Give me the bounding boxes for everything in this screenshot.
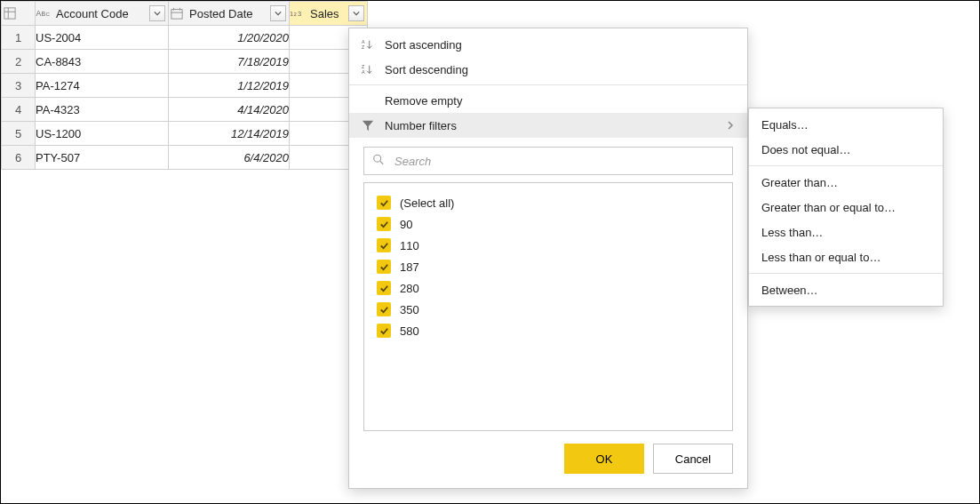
submenu-label: Greater than or equal to… xyxy=(761,201,896,214)
svg-text:3: 3 xyxy=(298,10,301,18)
cell-account[interactable]: PTY-507 xyxy=(36,146,169,170)
cell-account[interactable]: CA-8843 xyxy=(36,50,169,74)
svg-point-17 xyxy=(374,155,381,162)
value-label: (Select all) xyxy=(400,196,454,210)
value-label: 580 xyxy=(400,324,419,338)
filter-button-account-code[interactable] xyxy=(149,5,165,21)
row-number: 6 xyxy=(2,146,36,170)
filter-value-item[interactable]: 580 xyxy=(377,320,720,341)
checkbox-checked-icon[interactable] xyxy=(377,302,391,316)
greater-than-item[interactable]: Greater than… xyxy=(749,170,943,195)
number-filters-item[interactable]: Number filters xyxy=(349,113,747,138)
search-input[interactable] xyxy=(363,147,733,175)
ok-button[interactable]: OK xyxy=(564,444,644,474)
submenu-label: Less than or equal to… xyxy=(761,251,880,264)
table-row[interactable]: 3 PA-1274 1/12/2019 xyxy=(2,74,368,98)
checkbox-checked-icon[interactable] xyxy=(377,260,391,274)
table-row[interactable]: 6 PTY-507 6/4/2020 xyxy=(2,146,368,170)
less-than-or-equal-item[interactable]: Less than or equal to… xyxy=(749,244,943,269)
between-item[interactable]: Between… xyxy=(749,277,943,302)
table-row[interactable]: 5 US-1200 12/14/2019 xyxy=(2,122,368,146)
value-label: 110 xyxy=(400,239,419,252)
sort-ascending-item[interactable]: AZ Sort ascending xyxy=(349,32,747,57)
cell-posted[interactable]: 1/12/2019 xyxy=(169,74,290,98)
row-number: 2 xyxy=(2,50,36,74)
checkbox-checked-icon[interactable] xyxy=(377,324,391,338)
text-type-icon: ABC xyxy=(36,5,52,21)
number-type-icon: 123 xyxy=(290,5,306,21)
search-icon xyxy=(372,154,385,169)
cell-posted[interactable]: 12/14/2019 xyxy=(169,122,290,146)
column-header-posted-date[interactable]: Posted Date xyxy=(169,2,290,26)
column-label: Posted Date xyxy=(189,7,253,20)
menu-separator xyxy=(749,273,943,274)
cell-account[interactable]: PA-1274 xyxy=(36,74,169,98)
menu-label: Sort descending xyxy=(385,63,735,76)
svg-text:B: B xyxy=(41,11,45,17)
table-row[interactable]: 4 PA-4323 4/14/2020 xyxy=(2,98,368,122)
chevron-right-icon xyxy=(726,119,735,132)
less-than-item[interactable]: Less than… xyxy=(749,220,943,244)
number-filters-submenu: Equals… Does not equal… Greater than… Gr… xyxy=(748,108,944,307)
checkbox-checked-icon[interactable] xyxy=(377,217,391,231)
row-number: 4 xyxy=(2,98,36,122)
checkbox-checked-icon[interactable] xyxy=(377,281,391,295)
svg-rect-6 xyxy=(171,10,182,20)
svg-text:Z: Z xyxy=(362,64,365,69)
column-header-account-code[interactable]: ABC Account Code xyxy=(36,2,169,26)
cell-account[interactable]: US-2004 xyxy=(36,26,169,50)
sort-desc-icon: ZA xyxy=(360,61,376,77)
filter-button-sales[interactable] xyxy=(348,5,364,21)
table-row[interactable]: 2 CA-8843 7/18/2019 xyxy=(2,50,368,74)
remove-empty-item[interactable]: Remove empty xyxy=(349,88,747,113)
row-number: 3 xyxy=(2,74,36,98)
cell-account[interactable]: PA-4323 xyxy=(36,98,169,122)
svg-text:2: 2 xyxy=(294,12,298,17)
menu-label: Remove empty xyxy=(385,94,735,108)
filter-value-item[interactable]: 90 xyxy=(377,213,720,235)
data-grid: ABC Account Code Posted Date xyxy=(1,1,368,170)
filter-values-list[interactable]: (Select all) 90 110 187 280 350 580 xyxy=(363,182,733,431)
column-filter-menu: AZ Sort ascending ZA Sort descending Rem… xyxy=(348,28,748,489)
sort-descending-item[interactable]: ZA Sort descending xyxy=(349,57,747,82)
menu-label: Sort ascending xyxy=(385,38,735,52)
menu-separator xyxy=(349,84,747,85)
value-label: 187 xyxy=(400,260,419,274)
cell-account[interactable]: US-1200 xyxy=(36,122,169,146)
column-header-sales[interactable]: 123 Sales xyxy=(290,2,368,26)
value-label: 350 xyxy=(400,303,419,316)
select-all-item[interactable]: (Select all) xyxy=(377,192,720,213)
cell-posted[interactable]: 6/4/2020 xyxy=(169,146,290,170)
svg-text:C: C xyxy=(46,12,51,17)
table-row[interactable]: 1 US-2004 1/20/2020 xyxy=(2,26,368,50)
filter-value-item[interactable]: 187 xyxy=(377,256,720,277)
column-label: Account Code xyxy=(56,7,129,20)
filter-button-posted-date[interactable] xyxy=(270,5,286,21)
blank-icon xyxy=(360,92,376,108)
submenu-label: Less than… xyxy=(761,226,823,239)
submenu-label: Between… xyxy=(761,284,818,297)
checkbox-checked-icon[interactable] xyxy=(377,196,391,210)
row-number: 1 xyxy=(2,26,36,50)
grid-corner[interactable] xyxy=(2,2,36,26)
cell-posted[interactable]: 7/18/2019 xyxy=(169,50,290,74)
filter-search xyxy=(363,147,733,175)
filter-value-item[interactable]: 350 xyxy=(377,299,720,320)
greater-than-or-equal-item[interactable]: Greater than or equal to… xyxy=(749,195,943,220)
filter-value-item[interactable]: 280 xyxy=(377,277,720,299)
equals-item[interactable]: Equals… xyxy=(749,112,943,137)
checkbox-checked-icon[interactable] xyxy=(377,238,391,252)
column-label: Sales xyxy=(310,7,339,20)
dialog-buttons: OK Cancel xyxy=(349,431,747,474)
cell-posted[interactable]: 4/14/2020 xyxy=(169,98,290,122)
svg-rect-0 xyxy=(4,7,15,18)
svg-text:1: 1 xyxy=(290,10,293,18)
cancel-button[interactable]: Cancel xyxy=(653,444,733,474)
value-label: 280 xyxy=(400,282,419,295)
does-not-equal-item[interactable]: Does not equal… xyxy=(749,137,943,162)
filter-value-item[interactable]: 110 xyxy=(377,235,720,256)
cell-posted[interactable]: 1/20/2020 xyxy=(169,26,290,50)
filter-icon xyxy=(360,117,376,133)
table-icon xyxy=(2,5,18,21)
date-type-icon xyxy=(169,5,185,21)
